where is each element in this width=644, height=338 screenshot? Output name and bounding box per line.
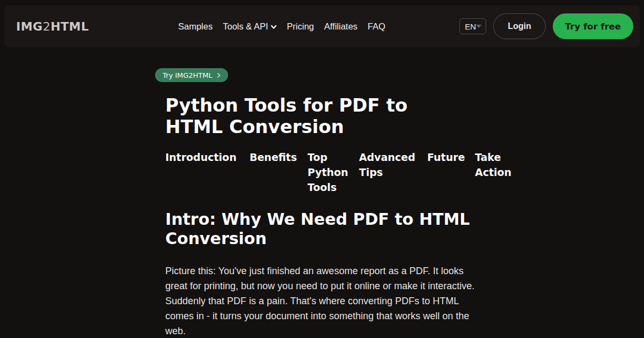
login-button[interactable]: Login — [493, 13, 546, 39]
chevron-right-icon — [216, 73, 221, 78]
language-selected: EN — [465, 22, 476, 31]
dropdown-arrow-icon — [476, 25, 481, 28]
header-actions: EN Login Try for free — [459, 13, 633, 39]
try-for-free-button[interactable]: Try for free — [553, 13, 633, 39]
table-of-contents: Introduction Benefits Top Python Tools A… — [165, 150, 509, 195]
nav-item-label: Affiliates — [324, 21, 357, 32]
nav-item-faq[interactable]: FAQ — [368, 21, 385, 32]
site-header: IMG2HTML Samples Tools & API Pricing Aff… — [4, 5, 640, 47]
toc-item-take-action[interactable]: Take Action — [475, 150, 509, 195]
article: Try IMG2HTML Python Tools for PDF to HTM… — [165, 68, 519, 338]
logo-prefix: IMG — [16, 20, 43, 33]
chevron-down-icon — [270, 24, 277, 30]
intro-paragraph: Picture this: You've just finished an aw… — [165, 263, 483, 338]
nav-item-pricing[interactable]: Pricing — [287, 21, 314, 32]
try-badge[interactable]: Try IMG2HTML — [155, 68, 228, 82]
nav-item-tools-api[interactable]: Tools & API — [223, 21, 276, 32]
nav-item-samples[interactable]: Samples — [178, 21, 213, 32]
page-title: Python Tools for PDF to HTML Conversion — [165, 94, 444, 137]
logo-suffix: HTML — [50, 20, 89, 33]
language-select[interactable]: EN — [459, 18, 486, 34]
toc-item-advanced-tips[interactable]: Advanced Tips — [359, 150, 418, 195]
nav-item-label: FAQ — [368, 21, 385, 32]
toc-item-introduction[interactable]: Introduction — [165, 150, 240, 195]
toc-item-future[interactable]: Future — [427, 150, 466, 195]
nav-item-affiliates[interactable]: Affiliates — [324, 21, 357, 32]
main-nav: Samples Tools & API Pricing Affiliates F… — [178, 21, 385, 32]
try-badge-label: Try IMG2HTML — [163, 71, 213, 79]
nav-item-label: Tools & API — [223, 21, 268, 32]
toc-item-benefits[interactable]: Benefits — [250, 150, 298, 195]
logo[interactable]: IMG2HTML — [16, 20, 178, 33]
logo-mid: 2 — [43, 20, 51, 33]
nav-item-label: Samples — [178, 21, 213, 32]
toc-item-top-python-tools[interactable]: Top Python Tools — [308, 150, 350, 195]
nav-item-label: Pricing — [287, 21, 314, 32]
section-heading: Intro: Why We Need PDF to HTML Conversio… — [165, 210, 474, 248]
